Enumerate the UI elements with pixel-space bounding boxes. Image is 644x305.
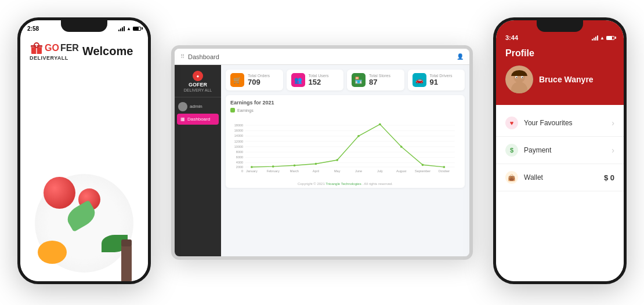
app-logo: GO FER DELIVERYALL [30,41,79,61]
orders-value: 709 [248,78,270,87]
phone-notch-left [61,20,107,32]
svg-point-23 [336,159,338,161]
svg-text:July: July [377,169,383,173]
menu-item-favourites[interactable]: ♥ Your Favourites › [496,110,624,137]
users-value: 152 [309,78,329,87]
chevron-right-favourites: › [612,118,614,128]
svg-text:March: March [290,169,299,173]
svg-point-28 [443,166,446,168]
right-phone: 3:44 ▲ [493,17,627,284]
users-label: Total Users [309,74,329,78]
food-image [20,66,148,281]
svg-text:May: May [334,169,341,173]
menu-icon: ⠿ [180,53,184,60]
wifi-icon: ▲ [126,26,131,31]
svg-text:August: August [396,169,407,173]
right-phone-screen: 3:44 ▲ [496,20,624,281]
dashboard-header: ⠿ Dashboard 👤 [175,49,469,65]
sidebar-brand-sub: DELIVERY ALL [184,88,212,92]
chevron-right-payment: › [612,146,614,155]
svg-point-49 [516,77,518,78]
profile-title: Profile [505,48,614,59]
svg-text:4000: 4000 [236,161,243,164]
svg-point-50 [522,77,523,78]
chart-legend: Earnings [230,108,460,112]
menu-item-payment[interactable]: $ Payment › [496,137,624,164]
stat-card-orders: 🛒 Total Orders 709 [226,70,283,90]
user-icon: 👤 [457,53,464,60]
chart-title: Earnings for 2021 [230,100,460,106]
svg-text:14000: 14000 [234,134,243,137]
svg-text:8000: 8000 [236,150,243,154]
signal-icon [118,26,125,31]
profile-user-row: Bruce Wanyre [505,66,614,93]
svg-point-27 [422,164,424,166]
svg-text:June: June [355,169,362,173]
phone-notch-right [537,20,583,32]
sidebar-item-dashboard[interactable]: ▦ Dashboard [177,114,219,125]
profile-menu: ♥ Your Favourites › $ Payment › [496,105,624,281]
svg-text:2000: 2000 [236,165,243,169]
orders-icon: 🛒 [230,73,244,87]
menu-item-wallet[interactable]: 👜 Wallet $ 0 [496,164,624,191]
left-status-icons: ▲ [118,26,141,31]
favourites-label: Your Favourites [524,119,573,127]
scene: ⠿ Dashboard 👤 ● GOFER DELIVERY ALL [0,0,644,305]
profile-username: Bruce Wanyre [539,75,594,84]
chart-svg-container: 18000 16000 14000 12000 10000 8000 6000 … [230,115,460,179]
svg-text:10000: 10000 [234,145,243,148]
svg-text:October: October [439,169,450,173]
legend-label: Earnings [237,108,254,112]
left-phone-time: 2:58 [27,26,39,32]
orders-label: Total Orders [248,74,270,78]
sidebar-brand: GOFER [189,82,207,88]
profile-avatar [505,66,533,93]
left-phone-screen: 2:58 ▲ [20,20,148,281]
right-phone-time: 3:44 [505,34,518,41]
profile-header: 3:44 ▲ [496,20,624,105]
wallet-icon: 👜 [505,171,518,184]
copyright: Copyright © 2021 Trioangle Technologies … [230,182,460,186]
app-name-fer: FER [60,43,79,53]
stores-value: 87 [369,78,390,87]
svg-text:February: February [267,169,280,173]
left-phone: 2:58 ▲ [17,17,151,284]
payment-icon: $ [505,144,518,157]
sidebar-panel: ● GOFER DELIVERY ALL admin ▦ Dashboard [175,65,221,256]
stat-card-stores: 🏪 Total Stores 87 [347,70,404,90]
svg-point-19 [251,166,253,168]
svg-point-24 [357,135,360,137]
payment-label: Payment [524,146,551,154]
svg-text:12000: 12000 [234,140,243,143]
svg-text:16000: 16000 [234,129,243,132]
svg-text:April: April [313,169,319,173]
right-status-bar: 3:44 ▲ [505,34,614,41]
drivers-value: 91 [430,78,453,87]
svg-point-25 [379,123,381,125]
sidebar-username: admin [190,104,202,109]
dashboard-title: Dashboard [188,53,219,60]
svg-text:January: January [246,169,258,173]
svg-text:0: 0 [241,169,243,173]
earnings-chart: Earnings for 2021 Earnings [226,95,465,188]
favourites-icon: ♥ [505,117,518,129]
wifi-icon-right: ▲ [600,35,605,41]
tablet-device: ⠿ Dashboard 👤 ● GOFER DELIVERY ALL [171,45,473,260]
legend-dot [230,108,235,112]
users-icon: 👥 [291,73,305,87]
svg-text:18000: 18000 [234,124,243,127]
stores-label: Total Stores [369,74,390,78]
stat-card-drivers: 🚗 Total Drivers 91 [408,70,465,90]
svg-point-26 [400,146,403,148]
wallet-value: $ 0 [604,173,614,182]
welcome-screen: GO FER DELIVERYALL Welcome [20,34,148,281]
drivers-icon: 🚗 [413,73,426,87]
svg-point-21 [294,164,296,166]
wallet-label: Wallet [524,173,543,181]
svg-point-22 [315,163,317,165]
dashboard-main: 🛒 Total Orders 709 👥 Total Users 152 [221,65,469,256]
drivers-label: Total Drivers [430,74,453,78]
signal-icon-right [592,35,598,41]
right-status-icons: ▲ [592,35,614,41]
stat-card-users: 👥 Total Users 152 [287,70,344,90]
